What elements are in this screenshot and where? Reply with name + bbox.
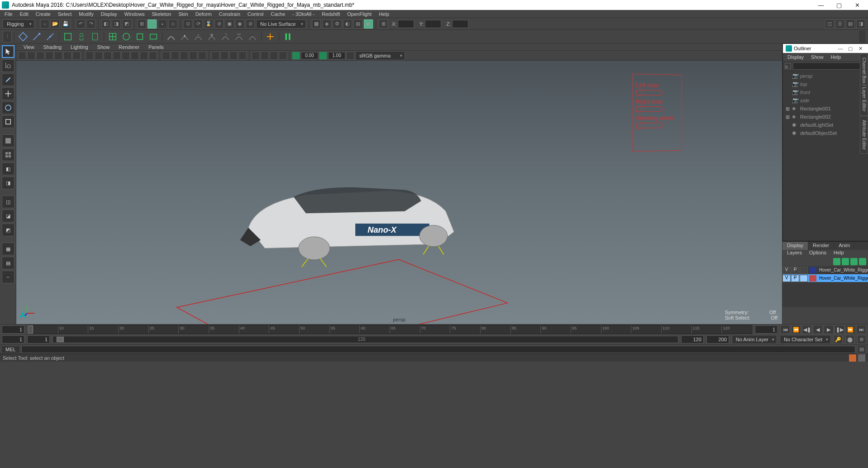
vt-misc3-icon[interactable] — [211, 52, 219, 60]
new-scene-icon[interactable]: ▫ — [40, 19, 49, 29]
shelf-tab-icon[interactable]: ⋮ — [3, 31, 12, 43]
outliner-item-defaultobjectset[interactable]: ◉defaultObjectSet — [783, 129, 868, 137]
vt-misc10-icon[interactable] — [279, 52, 287, 60]
paint-select-tool[interactable] — [2, 73, 14, 86]
menu-select[interactable]: Select — [54, 11, 76, 17]
layer-tab-display[interactable]: Display — [782, 242, 808, 250]
vt-res-icon[interactable] — [54, 52, 62, 60]
maximize-button[interactable]: ▢ — [830, 0, 848, 10]
vt-misc5-icon[interactable] — [229, 52, 238, 60]
coord-x-field[interactable] — [398, 20, 414, 28]
constraint-scale-icon[interactable] — [205, 31, 218, 43]
no-live-icon[interactable]: ⊘ — [246, 19, 255, 29]
joint-icon[interactable] — [17, 31, 29, 43]
outliner-menu-display[interactable]: Display — [785, 54, 806, 60]
menu-redshift[interactable]: Redshift — [318, 11, 343, 17]
playblast-icon[interactable]: ▶ — [364, 19, 373, 29]
step-forward-button[interactable]: ❚▶ — [835, 325, 844, 334]
outliner-item-front[interactable]: 📷front — [783, 88, 868, 96]
outliner-item-defaultlightset[interactable]: ◉defaultLightSet — [783, 121, 868, 129]
cmd-input[interactable] — [21, 346, 855, 353]
vmenu-lighting[interactable]: Lighting — [67, 44, 92, 50]
shelf-scroll[interactable] — [859, 31, 865, 43]
range-inner-start-field[interactable]: 1 — [27, 335, 50, 344]
render-view-icon[interactable]: ▤ — [353, 19, 362, 29]
menu-control[interactable]: Control — [244, 11, 267, 17]
ipr-render-icon[interactable]: ◈ — [322, 19, 331, 29]
ik-handle-icon[interactable] — [30, 31, 43, 43]
layer-menu-options[interactable]: Options — [806, 250, 829, 257]
frame-current-right[interactable]: 1 — [755, 325, 777, 334]
layer-row-1[interactable]: V P Hover_Car_White_Rigged_C — [782, 274, 868, 282]
vt-ao-icon[interactable] — [131, 52, 139, 60]
ctrl-steering-slider[interactable] — [636, 123, 663, 129]
vt-misc2-icon[interactable] — [198, 52, 206, 60]
vt-misc1-icon[interactable] — [189, 52, 197, 60]
layout-persp-icon[interactable]: ◪ — [2, 210, 14, 222]
menu-display[interactable]: Display — [97, 11, 121, 17]
viewport[interactable]: Nano-X Left door Right door Steering whe… — [16, 61, 782, 324]
menu-deform[interactable]: Deform — [192, 11, 215, 17]
channel-box-icon[interactable]: ☰ — [835, 19, 844, 29]
ctrl-left-door-slider[interactable] — [636, 90, 663, 96]
outliner-item-persp[interactable]: 📷persp — [783, 72, 868, 80]
layer-color-swatch[interactable] — [809, 275, 816, 282]
live-icon[interactable]: ⊙ — [183, 19, 192, 29]
outliner-item-top[interactable]: 📷top — [783, 80, 868, 88]
step-forward-key-button[interactable]: ⏩ — [845, 325, 855, 334]
vt-tex-icon[interactable] — [104, 52, 112, 60]
layout-four-icon[interactable] — [2, 148, 14, 161]
outliner-search-input[interactable] — [793, 62, 866, 70]
character-set-dropdown[interactable]: No Character Set — [780, 335, 831, 344]
outliner-maximize-button[interactable]: ▢ — [845, 46, 855, 52]
outliner-minimize-button[interactable]: — — [835, 46, 845, 51]
vmenu-renderer[interactable]: Renderer — [115, 44, 143, 50]
layer-type-toggle[interactable] — [800, 267, 808, 274]
goto-end-button[interactable]: ⏭ — [856, 325, 866, 334]
range-end-field[interactable]: 200 — [706, 335, 729, 344]
vt-gamma-icon[interactable] — [319, 52, 327, 60]
layout-misc-icon[interactable]: ◩ — [2, 224, 14, 236]
layer-playback-toggle[interactable]: P — [791, 267, 799, 274]
layer-visible-toggle[interactable]: V — [782, 275, 791, 282]
vt-exposure-icon[interactable] — [292, 52, 300, 60]
outliner-item-rectangle001[interactable]: ⊞◈Rectangle001 — [783, 105, 868, 113]
layout-outliner-icon[interactable]: ◫ — [2, 196, 14, 208]
step-back-button[interactable]: ◀❚ — [802, 325, 812, 334]
cmd-output-icon[interactable]: ▤ — [857, 345, 866, 354]
render-settings-icon[interactable]: ⚙ — [333, 19, 342, 29]
skin-bind-icon[interactable] — [62, 31, 74, 43]
paint-weights-icon[interactable] — [89, 31, 101, 43]
vt-shadow-icon[interactable] — [122, 52, 130, 60]
time-cursor[interactable] — [28, 325, 33, 334]
ipr-icon[interactable]: ◉ — [235, 19, 244, 29]
status-misc-icon[interactable] — [858, 354, 865, 362]
layer-menu-layers[interactable]: Layers — [784, 250, 805, 257]
vt-misc7-icon[interactable] — [252, 52, 260, 60]
vmenu-shading[interactable]: Shading — [40, 44, 65, 50]
constraint-orient-icon[interactable] — [192, 31, 205, 43]
hik-icon[interactable] — [281, 31, 294, 43]
constraint-parent-icon[interactable] — [165, 31, 177, 43]
outliner-close-button[interactable]: ✕ — [855, 46, 865, 52]
layout-split2-icon[interactable]: ◨ — [2, 177, 14, 189]
layer-tab-anim[interactable]: Anim — [834, 242, 855, 250]
menu-modify[interactable]: Modify — [75, 11, 97, 17]
vt-xray-icon[interactable] — [171, 52, 179, 60]
layout-minus-icon[interactable]: − — [2, 271, 14, 283]
coord-y-field[interactable] — [425, 20, 441, 28]
menuset-dropdown[interactable]: Rigging — [3, 19, 34, 29]
gamma-field[interactable] — [328, 52, 345, 59]
tool-settings-icon[interactable]: ◨ — [856, 19, 865, 29]
move-tool[interactable] — [2, 87, 14, 100]
layer-color-swatch[interactable] — [809, 267, 816, 273]
hypershade-icon[interactable]: ◐ — [343, 19, 352, 29]
layer-name[interactable]: Hover_Car_White_Rigged — [817, 267, 868, 272]
outliner-search-icon[interactable]: ⌕ — [785, 63, 791, 69]
play-forward-button[interactable]: ▶ — [824, 325, 834, 334]
vt-light-icon[interactable] — [113, 52, 121, 60]
layer-tab-render[interactable]: Render — [808, 242, 834, 250]
wrap-icon[interactable] — [147, 31, 160, 43]
vmenu-panels[interactable]: Panels — [145, 44, 167, 50]
colorspace-dropdown[interactable]: sRGB gamma — [355, 51, 405, 60]
